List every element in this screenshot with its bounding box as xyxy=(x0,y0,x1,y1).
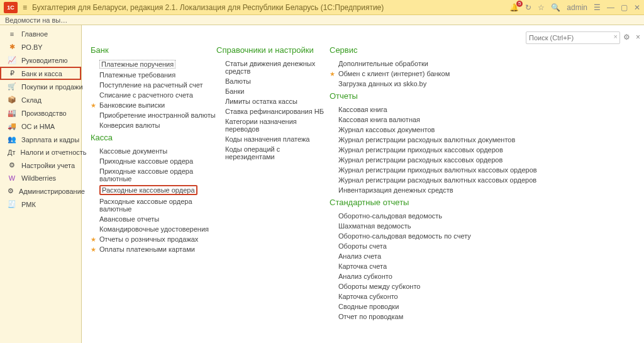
link-item[interactable]: Авансовые отчеты xyxy=(91,214,216,224)
sidebar-icon: 👥 xyxy=(8,135,16,143)
link-item[interactable]: Лимиты остатка кассы xyxy=(216,96,330,106)
link-label: Авансовые отчеты xyxy=(99,215,159,223)
panel-close-icon[interactable]: × xyxy=(636,33,640,42)
link-item[interactable]: Валюты xyxy=(216,76,330,86)
search-clear-icon[interactable]: × xyxy=(614,33,618,40)
sidebar-item[interactable]: 🚚ОС и НМА xyxy=(0,120,81,133)
link-label: Журнал регистрации расходных валютных ка… xyxy=(338,176,536,184)
link-label: Командировочные удостоверения xyxy=(99,225,209,233)
link-item[interactable]: Конверсия валюты xyxy=(91,120,216,130)
settings-bars-icon[interactable]: ☰ xyxy=(594,3,601,12)
link-item[interactable]: Дополнительные обработки xyxy=(330,59,581,69)
link-item[interactable]: Платежные требования xyxy=(91,70,216,80)
link-item[interactable]: Журнал регистрации приходных валютных ка… xyxy=(330,165,581,175)
star-icon[interactable]: ☆ xyxy=(538,3,545,12)
sidebar-icon: ₽ xyxy=(8,69,16,77)
minimize-icon[interactable]: — xyxy=(607,3,614,12)
link-label: Анализ счета xyxy=(338,252,381,260)
link-item[interactable]: Шахматная ведомость xyxy=(330,221,581,231)
sidebar-item[interactable]: ⚙Настройки учета xyxy=(0,159,81,172)
link-label: Кассовые документы xyxy=(99,147,167,155)
link-item[interactable]: Приобретение иностранной валюты xyxy=(91,110,216,120)
link-item[interactable]: Загрузка данных из skko.by xyxy=(330,79,581,89)
link-item[interactable]: Анализ счета xyxy=(330,251,581,261)
sidebar-item[interactable]: 👥Зарплата и кадры xyxy=(0,133,81,146)
tab-item[interactable]: Ведомости на выплату зарпл xyxy=(0,16,75,24)
sidebar-item[interactable]: 🧾РМК xyxy=(0,198,81,211)
link-item[interactable]: Журнал регистрации расходных валютных ка… xyxy=(330,175,581,185)
link-label: Кассовая книга валютная xyxy=(338,116,420,123)
link-item[interactable]: Расходные кассовые ордера валютные xyxy=(91,196,216,214)
link-item[interactable]: Приходные кассовые ордера xyxy=(91,156,216,166)
link-item[interactable]: Обороты счета xyxy=(330,241,581,251)
sidebar-label: Администрирование xyxy=(19,188,85,195)
link-item[interactable]: Оборотно-сальдовая ведомость по счету xyxy=(330,231,581,241)
link-item[interactable]: Статьи движения денежных средств xyxy=(216,59,330,76)
link-item[interactable]: Журнал кассовых документов xyxy=(330,125,581,135)
link-label: Категории назначения переводов xyxy=(225,118,330,133)
link-item[interactable]: Отчеты о розничных продажах xyxy=(91,234,216,244)
bell-icon[interactable]: 🔔5 xyxy=(509,3,519,12)
sidebar-icon: 📦 xyxy=(8,96,16,104)
close-icon[interactable]: ✕ xyxy=(634,3,640,12)
sidebar-label: Wildberries xyxy=(21,174,56,182)
link-label: Платежные поручения xyxy=(99,60,175,69)
link-item[interactable]: Приходные кассовые ордера валютные xyxy=(91,166,216,184)
link-item[interactable]: Сводные проводки xyxy=(330,301,581,312)
search-input[interactable] xyxy=(526,31,620,44)
link-item[interactable]: Карточка субконто xyxy=(330,291,581,301)
sidebar-item[interactable]: 🛒Покупки и продажи xyxy=(0,80,81,93)
content: × ⚙ × БанкПлатежные порученияПлатежные т… xyxy=(82,25,644,343)
link-label: Карточка счета xyxy=(338,262,387,270)
link-item[interactable]: Коды назначения платежа xyxy=(216,134,330,144)
sidebar-item[interactable]: ⚙Администрирование xyxy=(0,184,81,198)
sidebar-item[interactable]: 📦Склад xyxy=(0,93,81,106)
link-item[interactable]: Журнал регистрации расходных валютных до… xyxy=(330,135,581,145)
search-icon[interactable]: 🔍 xyxy=(551,3,560,12)
link-item[interactable]: Банки xyxy=(216,86,330,96)
sidebar-label: Руководителю xyxy=(21,57,67,64)
link-item[interactable]: Поступление на расчетный счет xyxy=(91,80,216,90)
app-logo: 1C xyxy=(4,2,18,13)
sidebar-item[interactable]: WWildberries xyxy=(0,172,81,184)
link-item[interactable]: Коды операций с нерезидентами xyxy=(216,144,330,162)
link-label: Оплаты платежными картами xyxy=(99,245,195,253)
link-item[interactable]: Обороты между субконто xyxy=(330,281,581,291)
link-item[interactable]: Командировочные удостоверения xyxy=(91,224,216,234)
sidebar-label: ОС и НМА xyxy=(21,123,55,130)
link-item[interactable]: Обмен с клиент (интернет) банком xyxy=(330,69,581,79)
app-title: Бухгалтерия для Беларуси, редакция 2.1. … xyxy=(32,3,504,12)
sidebar-item[interactable]: 🏭Производство xyxy=(0,106,81,120)
gear-icon[interactable]: ⚙ xyxy=(623,33,630,42)
link-item[interactable]: Отчет по проводкам xyxy=(330,312,581,322)
link-label: Журнал регистрации расходных кассовых ор… xyxy=(338,156,502,164)
link-item[interactable]: Списание с расчетного счета xyxy=(91,90,216,100)
link-label: Обороты между субконто xyxy=(338,283,420,290)
link-item[interactable]: Оплаты платежными картами xyxy=(91,244,216,254)
sidebar-item[interactable]: ✱PO.BY xyxy=(0,40,81,53)
link-item[interactable]: Анализ субконто xyxy=(330,271,581,281)
link-item[interactable]: Журнал регистрации приходных кассовых ор… xyxy=(330,145,581,155)
user-label[interactable]: admin xyxy=(567,3,587,12)
sidebar-item[interactable]: 📈Руководителю xyxy=(0,53,81,67)
sidebar-item[interactable]: ₽Банк и касса xyxy=(0,67,81,80)
link-item[interactable]: Кассовая книга валютная xyxy=(330,115,581,125)
link-item[interactable]: Журнал регистрации расходных кассовых ор… xyxy=(330,155,581,165)
link-item[interactable]: Карточка счета xyxy=(330,261,581,271)
link-item[interactable]: Кассовые документы xyxy=(91,146,216,156)
link-item[interactable]: Оборотно-сальдовая ведомость xyxy=(330,211,581,221)
link-item[interactable]: Банковские выписки xyxy=(91,100,216,110)
sidebar-item[interactable]: ≡Главное xyxy=(0,28,81,40)
link-item[interactable]: Инвентаризация денежных средств xyxy=(330,185,581,195)
link-label: Отчеты о розничных продажах xyxy=(99,235,198,243)
link-item[interactable]: Платежные поручения xyxy=(91,59,216,70)
sidebar-item[interactable]: ДтНалоги и отчетность xyxy=(0,146,81,159)
link-item[interactable]: Категории назначения переводов xyxy=(216,116,330,134)
maximize-icon[interactable]: ▢ xyxy=(621,3,628,12)
history-icon[interactable]: ↻ xyxy=(525,3,531,12)
link-item[interactable]: Кассовая книга xyxy=(330,104,581,115)
link-item[interactable]: Ставка рефинансирования НБ xyxy=(216,106,330,116)
link-item[interactable]: Расходные кассовые ордера xyxy=(91,184,216,196)
menu-icon[interactable]: ≡ xyxy=(23,3,27,12)
section-title: Сервис xyxy=(330,45,581,55)
